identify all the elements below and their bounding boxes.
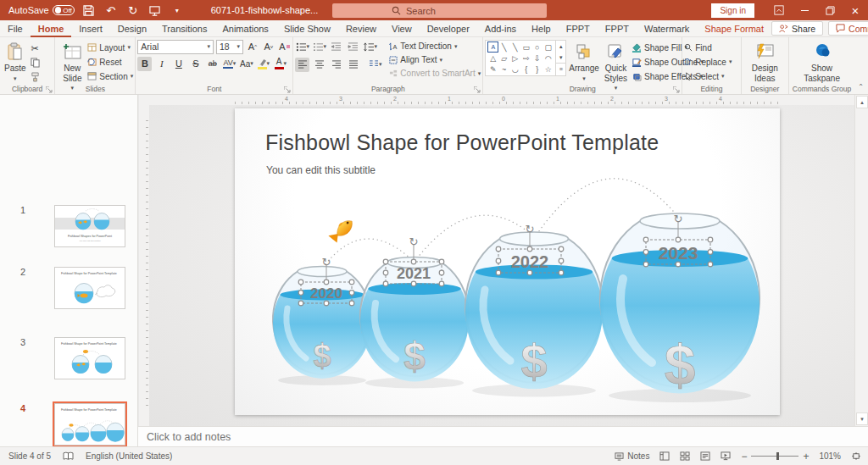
strikethrough-button[interactable]: S (188, 57, 203, 71)
tab-help[interactable]: Help (524, 20, 559, 37)
tab-insert[interactable]: Insert (71, 20, 110, 37)
sign-in-button[interactable]: Sign in (711, 3, 754, 18)
shrink-font-button[interactable]: Av (262, 40, 275, 54)
select-button[interactable]: Select▾ (684, 69, 732, 83)
bold-button[interactable]: B (137, 57, 152, 71)
notes-toggle-button[interactable]: Notes (615, 451, 649, 461)
clipboard-dialog-launcher[interactable] (46, 86, 53, 92)
font-name-combo[interactable]: Arial▾ (137, 40, 214, 54)
align-right-button[interactable] (329, 58, 343, 72)
goldfish[interactable] (327, 217, 355, 244)
cut-icon[interactable]: ✂ (29, 42, 42, 55)
line-spacing-button[interactable]: ▾ (363, 40, 377, 54)
rotate-handle-icon[interactable]: ↻ (322, 256, 331, 268)
slide-thumbnail-panel[interactable]: 1 Fishbowl Shapes for PowerPoint You can… (0, 95, 138, 447)
slide-show-button[interactable] (721, 451, 731, 461)
slide-thumbnail-4-selected[interactable]: Fishbowl Shape for PowerPoint Template (54, 403, 125, 446)
underline-button[interactable]: U (171, 57, 186, 71)
undo-icon[interactable]: ↶ (103, 3, 119, 18)
decrease-indent-button[interactable] (329, 40, 343, 54)
collapse-ribbon-icon[interactable]: ⌃ (858, 83, 864, 91)
autosave-toggle[interactable]: AutoSave Off (8, 5, 75, 15)
zoom-level[interactable]: 101% (819, 451, 841, 461)
slide-thumbnail-3[interactable]: Fishbowl Shape for PowerPoint Template (54, 337, 125, 379)
design-ideas-button[interactable]: Design Ideas (743, 40, 787, 85)
save-icon[interactable] (81, 3, 97, 18)
start-presentation-icon[interactable] (147, 3, 163, 18)
minimize-button[interactable] (792, 0, 817, 20)
increase-indent-button[interactable] (346, 40, 360, 54)
tab-view[interactable]: View (384, 20, 420, 37)
paste-dropdown[interactable]: ▾ (14, 75, 17, 82)
language-indicator[interactable]: English (United States) (86, 451, 172, 461)
tab-animations[interactable]: Animations (214, 20, 275, 37)
notes-pane[interactable]: Click to add notes (138, 426, 868, 446)
shapes-gallery[interactable]: A ╲ ╲ ▭ ○ ▢ △ ▱ ▷ ⇨ ⇩ ◠ ✎ ~ ◡ { } ☆ (485, 40, 556, 76)
customize-qat-icon[interactable]: ▾ (170, 3, 185, 18)
section-button[interactable]: Section▾ (87, 69, 133, 83)
slide-thumbnail-1[interactable]: Fishbowl Shapes for PowerPoint You can e… (54, 205, 125, 247)
tab-developer[interactable]: Developer (420, 20, 477, 37)
columns-button[interactable]: ▾ (368, 58, 382, 72)
scroll-up-arrow[interactable]: ▴ (856, 96, 868, 108)
align-center-button[interactable] (312, 58, 326, 72)
horizontal-ruler[interactable]: 4 3 2 1 0 1 2 3 4 (139, 95, 854, 105)
convert-to-smartart-button[interactable]: Convert to SmartArt▾ (389, 67, 481, 80)
redo-icon[interactable]: ↻ (125, 3, 141, 18)
vertical-ruler[interactable] (139, 105, 149, 426)
rotate-handle-icon[interactable]: ↻ (409, 235, 419, 248)
change-case-button[interactable]: Aa▾ (239, 57, 253, 71)
search-input[interactable]: Search (332, 3, 547, 18)
character-spacing-button[interactable]: AV▾ (222, 57, 236, 71)
zoom-in-button[interactable]: + (803, 451, 809, 462)
fishbowl-2020[interactable]: $ (273, 267, 371, 379)
scroll-down-arrow[interactable]: ▾ (856, 412, 868, 425)
text-direction-button[interactable]: A Text Direction▾ (389, 40, 481, 53)
share-button[interactable]: Share (771, 21, 823, 36)
tab-watermark[interactable]: Watermark (637, 20, 697, 37)
shapes-gallery-up[interactable]: ▴ (556, 41, 565, 52)
slide-sorter-view-button[interactable] (680, 451, 690, 461)
fit-to-window-button[interactable] (851, 451, 861, 461)
bullets-button[interactable]: ▾ (295, 40, 309, 54)
tab-add-ins[interactable]: Add-ins (477, 20, 524, 37)
reset-button[interactable]: Reset (87, 55, 133, 69)
text-shadow-button[interactable]: ab (205, 57, 220, 71)
tab-home[interactable]: Home (31, 20, 72, 37)
zoom-slider-thumb[interactable] (776, 452, 779, 460)
tab-slide-show[interactable]: Slide Show (276, 20, 338, 37)
align-text-button[interactable]: Align Text▾ (389, 53, 481, 66)
comments-button[interactable]: Comments (828, 21, 868, 36)
shapes-gallery-more[interactable]: ≡ (556, 63, 565, 74)
shapes-gallery-down[interactable]: ▾ (556, 52, 565, 63)
tab-file[interactable]: File (0, 20, 31, 37)
clear-formatting-button[interactable]: A (278, 40, 292, 54)
replace-button[interactable]: Replace▾ (684, 55, 732, 69)
grow-font-button[interactable]: A^ (246, 40, 259, 54)
tab-review[interactable]: Review (338, 20, 384, 37)
slide-thumbnail-2[interactable]: Fishbowl Shape for PowerPoint Template (54, 267, 125, 309)
close-button[interactable]: × (843, 0, 868, 20)
slide-counter[interactable]: Slide 4 of 5 (8, 451, 51, 461)
justify-button[interactable] (346, 58, 360, 72)
tab-transitions[interactable]: Transitions (154, 20, 214, 37)
font-size-combo[interactable]: 18▾ (216, 40, 243, 54)
copy-icon[interactable] (29, 56, 42, 69)
font-dialog-launcher[interactable] (284, 86, 291, 92)
reading-view-button[interactable] (700, 451, 710, 461)
find-button[interactable]: Find (684, 41, 732, 54)
italic-button[interactable]: I (154, 57, 169, 71)
spell-check-icon[interactable] (63, 451, 74, 461)
vertical-scrollbar[interactable]: ▴ ▾ (854, 95, 868, 426)
restore-button[interactable] (817, 0, 843, 20)
tab-shape-format[interactable]: Shape Format (697, 20, 771, 37)
normal-view-button[interactable] (659, 451, 670, 461)
drawing-dialog-launcher[interactable] (673, 86, 680, 92)
align-left-button[interactable] (295, 58, 309, 72)
layout-button[interactable]: Layout▾ (87, 41, 133, 54)
tab-fppt-1[interactable]: FPPT (559, 20, 598, 37)
ribbon-display-options-icon[interactable] (766, 0, 792, 20)
arrange-button[interactable]: Arrange ▾ (566, 40, 602, 84)
zoom-slider-track[interactable] (751, 456, 798, 457)
paste-button[interactable]: Paste ▾ (2, 40, 29, 84)
